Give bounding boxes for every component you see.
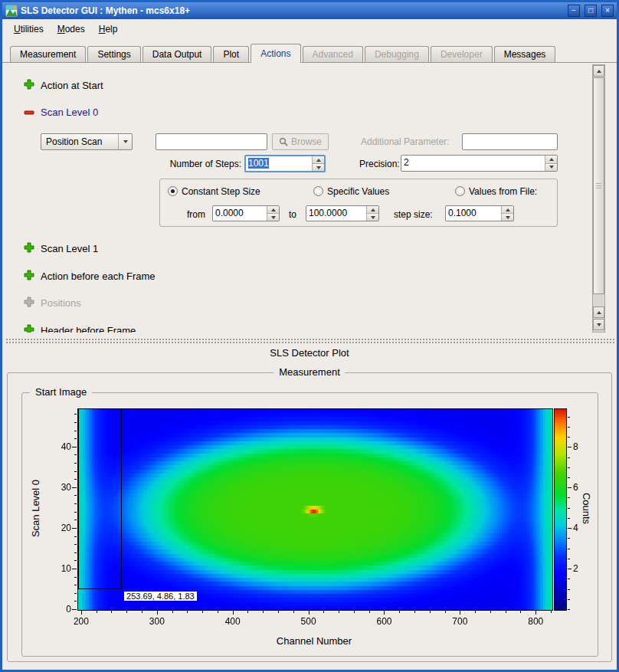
chevron-down-icon[interactable] <box>118 134 132 149</box>
menu-modes[interactable]: Modes <box>51 21 92 37</box>
tick-minor <box>551 611 552 613</box>
expand-plus-icon[interactable] <box>24 242 34 253</box>
scan-script-input[interactable] <box>156 133 267 150</box>
tick-label-cb: 4 <box>573 523 590 533</box>
tick-minor <box>142 611 142 613</box>
tick-minor <box>568 427 570 428</box>
scrollbar-thumb[interactable] <box>593 77 604 294</box>
tab-data-output[interactable]: Data Output <box>142 46 212 62</box>
header-before-frame-label: Header before Frame <box>41 325 136 333</box>
spin-up-icon[interactable] <box>267 206 279 213</box>
step-size-spinbox[interactable]: 0.1000 <box>445 205 514 221</box>
browse-icon <box>279 137 288 146</box>
tick-minor <box>339 611 339 613</box>
tick-minor <box>74 512 77 513</box>
tab-plot[interactable]: Plot <box>213 46 249 62</box>
spin-up-icon[interactable] <box>313 156 324 163</box>
action-before-each-frame-label: Action before each Frame <box>41 270 156 282</box>
tick-minor <box>74 414 77 415</box>
tick-minor <box>568 589 570 590</box>
specific-values-radio[interactable] <box>313 186 323 196</box>
expand-plus-icon[interactable] <box>24 270 34 280</box>
precision-spinbox[interactable]: 2 <box>401 155 558 172</box>
scan-mode-value: Position Scan <box>41 136 118 147</box>
vertical-scrollbar[interactable] <box>592 64 605 333</box>
tick-minor <box>74 438 77 439</box>
plot-dock-title: SLS Detector Plot <box>2 347 617 359</box>
tab-actions[interactable]: Actions <box>251 44 300 63</box>
tick-minor <box>74 495 77 496</box>
menu-help[interactable]: Help <box>92 21 125 37</box>
spin-down-icon[interactable] <box>313 163 324 171</box>
expand-plus-icon[interactable] <box>24 79 34 90</box>
tick-minor <box>568 579 570 579</box>
tick-minor <box>74 577 77 578</box>
tick-major <box>568 487 572 488</box>
spin-up-icon[interactable] <box>545 156 557 163</box>
tick-major <box>460 611 460 615</box>
constant-step-size-radio[interactable] <box>168 186 178 196</box>
spin-up-icon[interactable] <box>367 206 378 213</box>
additional-parameter-input[interactable] <box>462 133 558 150</box>
action-at-start-label: Action at Start <box>41 80 103 91</box>
scan-level-0-label: Scan Level 0 <box>41 107 98 118</box>
to-spinbox[interactable]: 100.0000 <box>306 205 379 221</box>
title-bar[interactable]: SLS Detector GUI : Mythen - mcs6x18+ − □… <box>2 2 617 19</box>
maximize-icon[interactable]: □ <box>585 5 597 17</box>
tick-label-y: 40 <box>42 441 71 452</box>
tick-minor <box>126 611 127 613</box>
scan-level-1-label: Scan Level 1 <box>41 243 98 254</box>
values-from-file-label: Values from File: <box>469 186 537 197</box>
tick-major <box>568 569 572 569</box>
tick-minor <box>278 611 279 613</box>
specific-values-label: Specific Values <box>327 186 389 197</box>
scroll-up-icon[interactable] <box>593 65 604 77</box>
tick-minor <box>568 467 570 468</box>
tick-minor <box>568 559 570 559</box>
measurement-group: Measurement Start Image Scan Level 0 Cou… <box>7 372 612 662</box>
tick-label-y: 20 <box>42 523 71 533</box>
menu-bar: Utilities Modes Help <box>2 19 617 39</box>
tick-minor <box>568 417 570 418</box>
tick-minor <box>568 437 570 438</box>
tab-measurement[interactable]: Measurement <box>10 46 86 62</box>
from-spinbox[interactable]: 0.0000 <box>212 205 280 221</box>
spin-down-icon[interactable] <box>367 213 378 221</box>
close-icon[interactable]: × <box>601 5 614 17</box>
spin-down-icon[interactable] <box>545 163 557 172</box>
values-from-file-radio[interactable] <box>455 186 465 196</box>
scroll-down-icon[interactable] <box>593 319 604 330</box>
tick-major <box>72 609 77 610</box>
tick-minor <box>74 463 77 464</box>
expand-plus-icon[interactable] <box>24 324 34 333</box>
positions-label: Positions <box>41 297 81 309</box>
number-of-steps-label: Number of Steps: <box>140 159 241 169</box>
tab-messages[interactable]: Messages <box>494 46 556 62</box>
precision-value: 2 <box>401 156 545 171</box>
step-options-group: Constant Step Size Specific Values Value… <box>159 179 558 227</box>
from-label: from <box>187 209 205 220</box>
tick-label-x: 400 <box>218 616 248 627</box>
minimize-icon[interactable]: − <box>568 5 580 17</box>
heatmap-canvas[interactable] <box>78 409 552 610</box>
tick-minor <box>247 611 248 613</box>
tick-label-cb: 6 <box>573 482 590 493</box>
app-icon[interactable] <box>5 5 18 17</box>
scan-mode-select[interactable]: Position Scan <box>41 133 133 150</box>
tick-major <box>309 611 310 615</box>
collapse-minus-icon[interactable] <box>24 107 34 118</box>
step-size-value: 0.1000 <box>446 206 501 221</box>
spin-up-icon[interactable] <box>502 206 513 213</box>
tick-minor <box>202 611 203 613</box>
spin-down-icon[interactable] <box>502 213 513 221</box>
tab-settings[interactable]: Settings <box>87 46 140 62</box>
tick-minor <box>74 585 77 585</box>
splitter-handle[interactable] <box>5 338 615 344</box>
tick-minor <box>74 593 77 594</box>
scroll-up-icon[interactable] <box>593 306 604 318</box>
spin-down-icon[interactable] <box>267 213 279 221</box>
tick-minor <box>568 609 570 610</box>
heatmap-plot[interactable] <box>77 408 553 611</box>
number-of-steps-spinbox[interactable]: 1001 <box>244 155 326 172</box>
menu-utilities[interactable]: Utilities <box>7 21 51 37</box>
